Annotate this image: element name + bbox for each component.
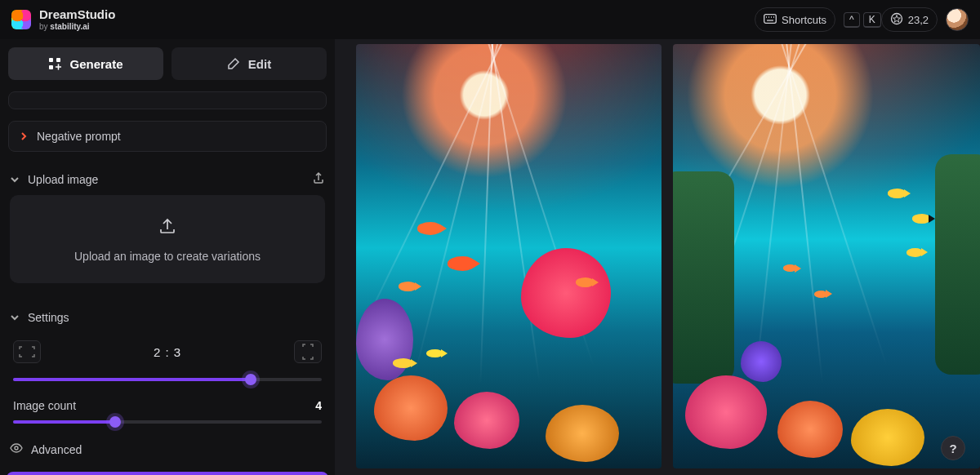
credits-value: 23,2 [908, 14, 929, 26]
prompt-section[interactable] [8, 91, 327, 109]
sidebar: Generate Edit Negative prompt [0, 39, 335, 475]
canvas[interactable] [335, 39, 980, 475]
negative-prompt-section[interactable]: Negative prompt [8, 121, 327, 152]
eye-icon [10, 442, 23, 457]
svg-point-10 [15, 446, 18, 450]
avatar[interactable] [946, 8, 969, 31]
image-count-slider[interactable] [13, 420, 322, 424]
help-button[interactable]: ? [941, 436, 965, 460]
ratio-portrait-button[interactable] [294, 340, 322, 363]
tab-edit-label: Edit [248, 57, 271, 71]
aspect-ratio-slider[interactable] [13, 378, 322, 381]
shortcut-keys: ^ K [844, 12, 881, 28]
grid-plus-icon [48, 57, 61, 70]
shortcuts-button[interactable]: Shortcuts [755, 7, 835, 32]
settings-section: Settings 2 : 3 [8, 303, 327, 465]
kbd-k: K [863, 12, 881, 28]
upload-heading: Upload image [28, 173, 98, 186]
settings-heading: Settings [28, 311, 69, 324]
credits-icon [890, 12, 903, 28]
negative-prompt-label: Negative prompt [37, 130, 121, 143]
generated-image[interactable] [356, 44, 662, 468]
logo-block[interactable]: DreamStudio by stability.ai [11, 8, 115, 31]
tab-generate[interactable]: Generate [8, 47, 163, 80]
header: DreamStudio by stability.ai Shortcuts ^ … [0, 0, 980, 39]
chevron-down-icon[interactable] [10, 313, 20, 322]
image-count-label: Image count [13, 399, 76, 412]
credits-pill[interactable]: 23,2 [881, 7, 938, 32]
kbd-ctrl: ^ [844, 12, 860, 28]
advanced-row[interactable]: Advanced [10, 442, 325, 457]
app-title: DreamStudio [39, 8, 115, 22]
generated-image[interactable] [673, 44, 980, 468]
upload-icon [158, 216, 177, 238]
keyboard-icon [764, 14, 777, 26]
upload-dropzone[interactable]: Upload an image to create variations [10, 195, 325, 283]
svg-rect-0 [764, 14, 777, 23]
ratio-landscape-button[interactable] [13, 340, 41, 363]
tab-edit[interactable]: Edit [172, 47, 327, 80]
svg-rect-9 [56, 58, 60, 62]
svg-rect-7 [49, 58, 53, 62]
dream-button[interactable]: Dream 0.91 [7, 472, 328, 475]
shortcuts-label: Shortcuts [782, 14, 826, 26]
help-label: ? [949, 442, 956, 455]
image-count-value: 4 [315, 399, 322, 412]
upload-placeholder: Upload an image to create variations [74, 250, 261, 263]
svg-rect-8 [49, 65, 53, 69]
upload-section: Upload image Upload an image to create v… [8, 163, 327, 291]
aspect-ratio-value: 2 : 3 [154, 345, 181, 359]
chevron-right-icon [19, 131, 29, 141]
app-logo-icon [11, 10, 31, 29]
tab-generate-label: Generate [69, 57, 122, 71]
app-subtitle: by stability.ai [39, 22, 115, 31]
chevron-down-icon[interactable] [10, 175, 20, 184]
share-icon[interactable] [312, 171, 325, 187]
advanced-label: Advanced [31, 443, 82, 456]
edit-icon [227, 57, 240, 70]
